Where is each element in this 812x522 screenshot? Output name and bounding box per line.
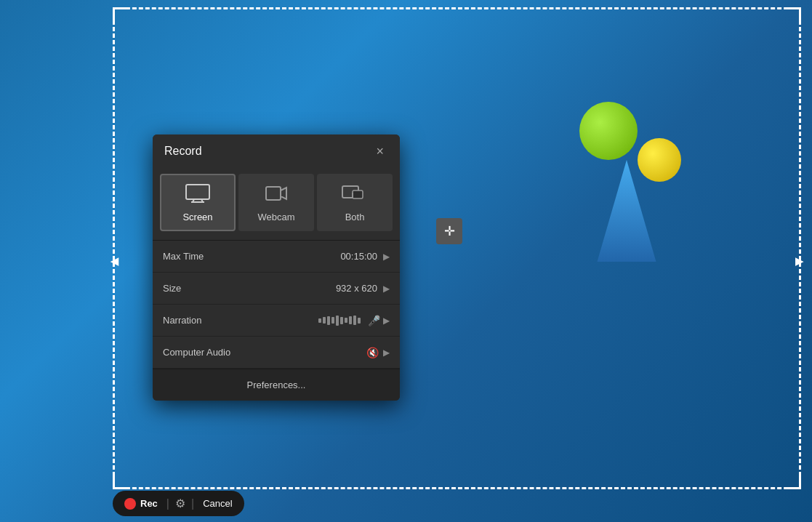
cancel-button[interactable]: Cancel: [197, 495, 238, 512]
both-mode-label: Both: [345, 212, 365, 222]
size-row[interactable]: Size 932 x 620 ▶: [153, 273, 400, 305]
settings-section: Max Time 00:15:00 ▶ Size 932 x 620 ▶ Nar…: [153, 240, 400, 369]
dialog-header: Record ×: [153, 134, 400, 168]
mode-buttons-container: Screen Webcam: [153, 168, 400, 240]
rec-indicator: [124, 498, 136, 510]
computer-audio-label: Computer Audio: [163, 347, 243, 358]
record-dialog: Record × Screen: [153, 134, 400, 401]
both-icon: [342, 184, 368, 206]
toolbar-divider-2: |: [191, 497, 194, 510]
narration-row[interactable]: Narration 🎤 ▶: [153, 305, 400, 337]
corner-handle-tl: [113, 7, 127, 22]
desktop: ◀ ▶ ✛ Record × Screen: [0, 0, 812, 522]
mode-both-button[interactable]: Both: [317, 174, 393, 231]
size-value: 932 x 620: [336, 283, 377, 294]
svg-rect-0: [186, 185, 209, 199]
handle-left[interactable]: ◀: [110, 255, 118, 267]
computer-audio-row[interactable]: Computer Audio 🔇 ▶: [153, 337, 400, 369]
corner-handle-bl: [113, 475, 127, 489]
bottom-toolbar: Rec | ⚙ | Cancel: [113, 491, 244, 516]
mode-screen-button[interactable]: Screen: [160, 174, 236, 231]
svg-rect-7: [353, 190, 363, 198]
screen-mode-label: Screen: [182, 212, 212, 222]
computer-audio-arrow: ▶: [383, 348, 390, 358]
max-time-arrow: ▶: [383, 252, 390, 262]
max-time-label: Max Time: [163, 251, 243, 262]
max-time-row[interactable]: Max Time 00:15:00 ▶: [153, 241, 400, 273]
preferences-button[interactable]: Preferences...: [153, 369, 400, 401]
size-label: Size: [163, 283, 243, 294]
screen-icon: [185, 184, 210, 206]
corner-handle-tr: [787, 7, 801, 22]
max-time-value: 00:15:00: [340, 251, 377, 262]
close-button[interactable]: ×: [371, 143, 388, 159]
narration-arrow: ▶: [383, 316, 390, 326]
corner-handle-br: [787, 475, 801, 489]
webcam-icon: [265, 184, 287, 206]
rec-label: Rec: [140, 498, 158, 509]
move-cursor[interactable]: ✛: [436, 218, 462, 244]
narration-label: Narration: [163, 315, 243, 326]
dialog-title: Record: [164, 145, 202, 158]
handle-right[interactable]: ▶: [795, 255, 803, 267]
webcam-mode-label: Webcam: [257, 212, 294, 222]
narration-level-bars: [318, 316, 361, 326]
svg-rect-4: [266, 187, 281, 200]
toolbar-settings-button[interactable]: ⚙: [172, 494, 188, 513]
mode-webcam-button[interactable]: Webcam: [238, 174, 314, 231]
rec-button[interactable]: Rec: [118, 495, 164, 513]
toolbar-divider: |: [166, 497, 169, 510]
svg-marker-5: [281, 188, 286, 199]
speaker-muted-icon: 🔇: [366, 347, 379, 358]
microphone-icon: 🎤: [368, 315, 380, 326]
size-arrow: ▶: [383, 284, 390, 294]
